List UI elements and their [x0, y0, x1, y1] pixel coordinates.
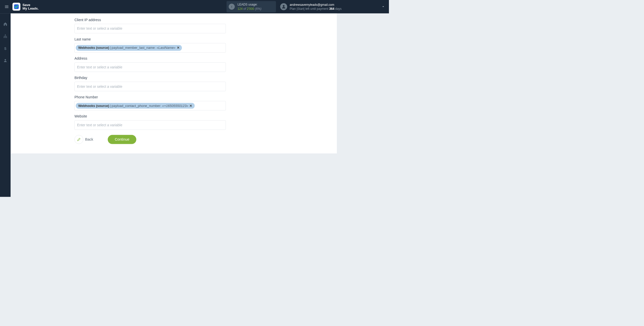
svg-text:$: $	[4, 46, 7, 51]
form-actions: Back Continue	[74, 135, 226, 144]
user-icon	[281, 5, 286, 9]
birthday-input[interactable]	[74, 82, 226, 91]
sidebar-item-billing[interactable]: $	[2, 45, 9, 52]
account-text: andrewsavemyleads@gmail.com Plan |Start|…	[290, 3, 341, 11]
field-label: Address	[74, 57, 226, 61]
website-input[interactable]	[74, 120, 226, 130]
mapping-form: Client IP address Last name Webhooks (so…	[74, 18, 226, 144]
pencil-icon	[77, 138, 81, 142]
chip-remove-button[interactable]: ✕	[189, 104, 192, 108]
app-title: Save My Leads.	[22, 3, 38, 10]
field-label: Website	[74, 114, 226, 118]
variable-chip[interactable]: Webhooks (source) | payload_contact_phon…	[76, 103, 194, 109]
account-dropdown-toggle[interactable]	[381, 5, 385, 9]
back-circle	[74, 135, 83, 144]
svg-point-13	[5, 59, 6, 61]
field-label: Last name	[74, 37, 226, 41]
sidebar-item-account[interactable]	[2, 57, 9, 64]
field-client-ip: Client IP address	[74, 18, 226, 33]
field-last-name: Last name Webhooks (source) | payload_me…	[74, 37, 226, 53]
field-label: Birthday	[74, 76, 226, 80]
phone-number-input[interactable]: Webhooks (source) | payload_contact_phon…	[74, 101, 226, 110]
header-bar: Save My Leads. LEADS usage: 124 of 2'000…	[0, 0, 389, 13]
dollar-icon: $	[3, 46, 8, 51]
svg-rect-9	[4, 37, 5, 38]
chip-remove-button[interactable]: ✕	[177, 46, 180, 50]
field-birthday: Birthday	[74, 76, 226, 91]
continue-button[interactable]: Continue	[108, 135, 136, 144]
back-button[interactable]: Back	[74, 135, 93, 144]
hamburger-icon	[5, 5, 9, 9]
field-address: Address	[74, 57, 226, 72]
info-icon	[229, 4, 235, 10]
svg-rect-10	[5, 37, 6, 38]
field-website: Website	[74, 114, 226, 130]
avatar	[280, 3, 287, 10]
user-icon	[3, 58, 8, 63]
check-icon	[14, 4, 19, 9]
back-label: Back	[85, 137, 93, 142]
field-phone-number: Phone Number Webhooks (source) | payload…	[74, 95, 226, 110]
leads-usage-box[interactable]: LEADS usage: 124 of 2'000 (6%)	[227, 1, 276, 12]
app-logo[interactable]	[13, 3, 20, 11]
home-icon	[3, 22, 8, 26]
svg-rect-5	[232, 6, 232, 7]
sidebar: $	[0, 13, 11, 197]
leads-usage-text: LEADS usage: 124 of 2'000 (6%)	[237, 3, 261, 11]
svg-point-7	[283, 5, 285, 7]
account-box[interactable]: andrewsavemyleads@gmail.com Plan |Start|…	[280, 3, 342, 11]
menu-toggle-button[interactable]	[4, 4, 10, 10]
chevron-down-icon	[382, 5, 385, 8]
sidebar-item-home[interactable]	[2, 21, 9, 27]
address-input[interactable]	[74, 62, 226, 72]
variable-chip[interactable]: Webhooks (source) | payload_member_last_…	[76, 45, 182, 51]
network-icon	[3, 34, 8, 38]
svg-point-6	[232, 6, 232, 6]
svg-rect-11	[6, 37, 7, 38]
sidebar-item-connections[interactable]	[2, 33, 9, 39]
content-area: Client IP address Last name Webhooks (so…	[11, 13, 389, 197]
last-name-input[interactable]: Webhooks (source) | payload_member_last_…	[74, 43, 226, 53]
field-label: Client IP address	[74, 18, 226, 22]
client-ip-input[interactable]	[74, 24, 226, 33]
form-card: Client IP address Last name Webhooks (so…	[11, 13, 337, 153]
svg-rect-8	[5, 34, 6, 35]
field-label: Phone Number	[74, 95, 226, 99]
